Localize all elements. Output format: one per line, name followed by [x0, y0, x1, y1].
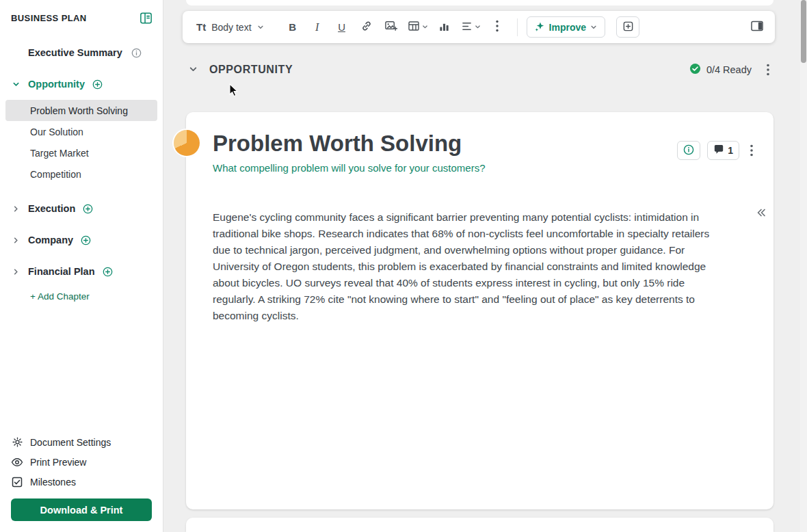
sidebar-item-executive-summary[interactable]: Executive Summary [0, 42, 163, 63]
chevron-right-icon[interactable] [10, 268, 22, 276]
section-title: OPPORTUNITY [209, 64, 293, 76]
progress-pie-icon[interactable] [174, 130, 200, 156]
info-icon[interactable] [131, 48, 142, 58]
card-menu-button[interactable] [746, 143, 757, 158]
text-style-dropdown[interactable]: Tt Body text [194, 17, 267, 38]
milestones-item[interactable]: Milestones [11, 472, 152, 492]
sidebar-item-opportunity[interactable]: Opportunity [0, 74, 163, 94]
outline-panel-icon[interactable] [139, 11, 153, 25]
previous-card-edge [186, 0, 773, 5]
sidebar-item-label: Competition [30, 169, 81, 180]
bar-chart-icon [438, 21, 450, 34]
ellipsis-vertical-icon [496, 20, 499, 34]
chevron-right-icon[interactable] [10, 205, 22, 213]
eye-icon [11, 457, 23, 467]
sidebar-item-label: Opportunity [28, 79, 85, 90]
app-root: BUSINESS PLAN Executive Summary [0, 0, 807, 532]
scrollbar-track[interactable] [800, 0, 807, 532]
card-controls: 1 [677, 141, 757, 160]
add-chapter-button[interactable]: + Add Chapter [30, 291, 163, 302]
improve-label: Improve [549, 22, 586, 33]
print-preview-item[interactable]: Print Preview [11, 452, 152, 472]
chevron-down-icon [590, 24, 597, 31]
italic-button[interactable]: I [306, 17, 328, 38]
editor-area: Tt Body text B I U [163, 0, 800, 532]
underline-button[interactable]: U [331, 17, 353, 38]
mouse-cursor [229, 83, 239, 101]
italic-icon: I [315, 21, 319, 34]
toolbar-divider [517, 18, 518, 36]
link-button[interactable] [356, 17, 378, 38]
add-section-icon[interactable] [81, 235, 91, 245]
insert-image-button[interactable] [380, 17, 402, 38]
comment-count: 1 [728, 145, 733, 156]
ready-status-badge[interactable]: 0/4 Ready [689, 63, 752, 77]
section-collapse-chevron[interactable] [186, 65, 200, 74]
section-menu-button[interactable] [763, 62, 773, 77]
download-print-button[interactable]: Download & Print [11, 498, 152, 521]
add-section-icon[interactable] [92, 79, 103, 90]
bold-icon: B [289, 21, 296, 33]
card-body-text[interactable]: Eugene's cycling community faces a signi… [186, 209, 773, 324]
sidebar-item-execution[interactable]: Execution [0, 198, 163, 219]
sidebar-item-company[interactable]: Company [0, 230, 163, 250]
sidebar-item-problem-worth-solving[interactable]: Problem Worth Solving [5, 100, 157, 121]
chevron-right-icon[interactable] [10, 237, 22, 244]
link-icon [360, 20, 373, 34]
sidebar-item-label: Target Market [30, 148, 89, 159]
sidebar-item-label: Our Solution [30, 127, 83, 137]
sidebar-header: BUSINESS PLAN [0, 11, 163, 25]
add-block-button[interactable] [616, 16, 639, 38]
sidebar-item-target-market[interactable]: Target Market [5, 142, 157, 163]
sidebar-item-competition[interactable]: Competition [5, 163, 157, 185]
text-style-icon: Tt [196, 21, 206, 33]
section-header-controls: 0/4 Ready [689, 62, 773, 77]
card-header: Problem Worth Solving What compelling pr… [186, 112, 773, 174]
align-button[interactable] [458, 17, 484, 38]
underline-icon: U [338, 21, 345, 33]
scrollbar-thumb[interactable] [801, 0, 806, 63]
chevron-down-icon[interactable] [10, 81, 22, 88]
settings-icon [11, 436, 23, 448]
add-block-icon [622, 21, 634, 34]
opportunity-children: Problem Worth Solving Our Solution Targe… [0, 100, 163, 185]
ready-status-label: 0/4 Ready [706, 64, 752, 75]
milestones-label: Milestones [30, 477, 76, 488]
checkbox-icon [11, 477, 23, 488]
sidebar: BUSINESS PLAN Executive Summary [0, 0, 163, 532]
insert-table-button[interactable] [405, 17, 431, 38]
comment-bubble-icon [713, 144, 724, 157]
card-info-button[interactable] [677, 141, 700, 160]
sidebar-item-financial-plan[interactable]: Financial Plan [0, 261, 163, 282]
table-icon [408, 20, 420, 34]
card-title: Problem Worth Solving [213, 130, 486, 157]
document-settings-item[interactable]: Document Settings [11, 432, 152, 452]
double-chevron-left-icon [756, 208, 767, 220]
add-section-icon[interactable] [103, 267, 113, 277]
document-settings-label: Document Settings [30, 437, 111, 448]
improve-button[interactable]: Improve [527, 16, 605, 38]
insert-chart-button[interactable] [434, 17, 455, 38]
chapter-nav: Executive Summary Opportunity Pr [0, 42, 163, 302]
toggle-right-panel-button[interactable] [750, 20, 764, 34]
sidebar-item-our-solution[interactable]: Our Solution [5, 121, 157, 142]
check-circle-icon [689, 63, 701, 77]
chevron-down-icon [257, 24, 264, 31]
card-prompt: What compelling problem will you solve f… [213, 162, 486, 174]
chevron-down-icon [422, 24, 428, 30]
sidebar-item-label: Financial Plan [28, 266, 95, 277]
text-style-value: Body text [211, 22, 251, 33]
comments-button[interactable]: 1 [707, 141, 739, 160]
sidebar-footer: Document Settings Print Preview [0, 432, 163, 521]
collapse-panel-button[interactable] [756, 208, 767, 220]
sidebar-item-label: Execution [28, 203, 75, 214]
sidebar-item-label: Company [28, 235, 73, 245]
add-section-icon[interactable] [83, 204, 93, 214]
align-left-icon [461, 21, 473, 34]
sidebar-item-label: Problem Worth Solving [30, 105, 128, 116]
bold-button[interactable]: B [282, 17, 304, 38]
print-preview-label: Print Preview [30, 457, 86, 468]
image-add-icon [384, 20, 397, 34]
more-options-button[interactable] [486, 17, 508, 38]
section-header: OPPORTUNITY 0/4 Ready [186, 57, 773, 81]
